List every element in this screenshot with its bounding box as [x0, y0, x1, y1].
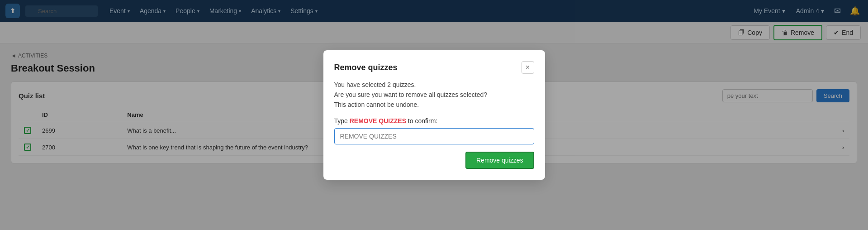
- modal-line-3: This action cannot be undone.: [334, 101, 534, 108]
- modal-close-button[interactable]: ×: [522, 61, 534, 74]
- modal-overlay: Remove quizzes × You have selected 2 qui…: [0, 0, 868, 230]
- modal-confirm-input[interactable]: [334, 128, 534, 144]
- modal-header: Remove quizzes ×: [334, 61, 534, 74]
- modal-line-2: Are you sure you want to remove all quiz…: [334, 91, 534, 98]
- remove-quizzes-modal: Remove quizzes × You have selected 2 qui…: [323, 50, 545, 180]
- modal-footer: Remove quizzes: [334, 152, 534, 169]
- modal-body: You have selected 2 quizzes. Are you sur…: [334, 81, 534, 152]
- modal-line-1: You have selected 2 quizzes.: [334, 81, 534, 88]
- modal-confirm-label: Type REMOVE QUIZZES to confirm:: [334, 117, 534, 125]
- modal-title: Remove quizzes: [334, 63, 398, 72]
- modal-remove-button[interactable]: Remove quizzes: [465, 152, 534, 169]
- confirm-keyword: REMOVE QUIZZES: [350, 117, 406, 125]
